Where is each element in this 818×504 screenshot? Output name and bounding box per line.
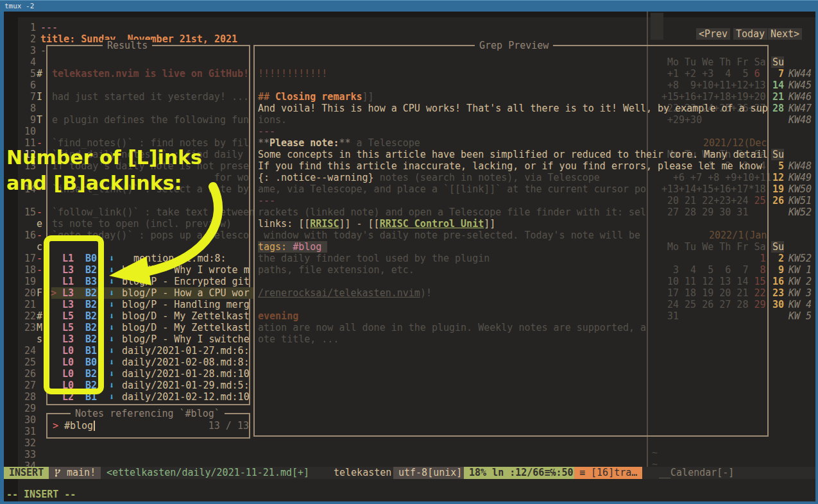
calendar-today-button[interactable]: Today: [733, 28, 767, 40]
calendar-week-label: KW49: [788, 172, 812, 183]
calendar-sunday-cell[interactable]: 5: [771, 160, 784, 172]
calendar-sunday-cell[interactable]: 30: [771, 299, 784, 310]
file-path: <ettelkasten/daily/2021-11-21.md[+]: [101, 467, 314, 479]
prompt-panel: Notes referencing `#blog` > #blog 13 / 1…: [46, 413, 250, 439]
text-span: ]]: [484, 218, 495, 230]
text-span: a Telescope: [351, 137, 420, 149]
calendar-sunday-cell[interactable]: 28: [771, 103, 784, 114]
git-branch-icon: [54, 469, 61, 477]
results-row[interactable]: L3B2⬇blog/P - Why I switche: [4, 333, 209, 345]
text-span: ---: [258, 126, 275, 137]
calendar-week-label: KW44: [788, 68, 812, 80]
calendar-sunday-cell[interactable]: 9: [771, 264, 784, 276]
markdown-file-icon: ⬇: [109, 310, 114, 322]
search-input[interactable]: #blog: [64, 420, 93, 432]
calendar-sunday-cell[interactable]: Su: [771, 56, 784, 68]
calendar-prev-button[interactable]: <Prev: [696, 28, 730, 40]
markdown-file-icon: ⬇: [109, 345, 114, 357]
text-span: paths, file extension, etc.: [258, 264, 414, 276]
buffer-gutter-char: T: [37, 114, 42, 126]
markdown-file-icon: ⬇: [109, 333, 114, 345]
calendar-sunday-cell[interactable]: 16: [771, 276, 784, 287]
calendar-sunday-cell[interactable]: 2: [771, 253, 784, 264]
text-span: ote title, ...: [258, 333, 339, 345]
results-row[interactable]: L0B2⬇daily/2021-01-29.md:5:: [4, 380, 209, 391]
grep-preview-title: Grep Preview: [475, 40, 553, 51]
mode-message: -- INSERT --: [6, 489, 76, 500]
results-row[interactable]: L3B2⬇blog/P - Handling merg: [4, 299, 209, 310]
text-cursor: [94, 421, 95, 431]
markdown-file-icon: ⬇: [109, 299, 114, 310]
preview-line: paths, file extension, etc.: [258, 264, 414, 276]
buffer-gutter-char: c: [37, 241, 42, 253]
preview-line: Some concepts in this article have been …: [258, 149, 768, 160]
line-number: 29: [18, 403, 36, 414]
calendar-sunday-cell[interactable]: 12: [771, 172, 784, 183]
calendar-week-label: KW52: [788, 253, 812, 264]
results-row[interactable]: L5B2⬇blog/D - My Zettelkast: [4, 322, 209, 333]
result-filename: daily/2021-01-29.md:5:: [122, 380, 250, 391]
git-branch-name: main!: [67, 467, 96, 478]
calendar-week-label: KW45: [788, 80, 812, 91]
result-filename: daily/2021-01-28.md:10: [122, 368, 250, 380]
result-filename: daily/2021-02-08.md:8:: [122, 357, 250, 368]
text-span: )!: [420, 287, 432, 299]
calendar-sunday-cell[interactable]: 7: [771, 68, 784, 80]
text-span: the daily finder tool used by the plugin: [258, 253, 490, 264]
text-span: {: .notice--warning}: [258, 172, 374, 183]
preview-line: links: [[RRISC]] - [[RRISC Control Unit]…: [258, 218, 495, 230]
preview-line: ation are now all done in the plugin. We…: [258, 322, 646, 333]
line-number: 1: [18, 22, 36, 33]
preview-line: ame, via Telescope, and place a `[[link]…: [258, 183, 646, 195]
calendar-week-label: KW48: [788, 114, 812, 126]
line-number: 16: [18, 230, 36, 241]
calendar-sunday-cell[interactable]: 26: [771, 195, 784, 206]
window-titlebar[interactable]: tmux -2: [0, 0, 818, 12]
calendar-sunday-cell[interactable]: 14: [771, 80, 784, 91]
plugin-name: telekasten: [328, 467, 396, 479]
text-span: RRISC: [310, 218, 339, 230]
results-row[interactable]: L0B2⬇daily/2021-01-28.md:10: [4, 368, 209, 380]
calendar-week-label: KW51: [788, 195, 812, 206]
calendar-statusline: __Calendar[-]: [654, 467, 739, 479]
results-row[interactable]: L5B2⬇blog/D - My Zettelkast: [4, 310, 209, 322]
bottom-border: [0, 501, 818, 504]
calendar-sunday-cell[interactable]: 23: [771, 287, 784, 299]
text-span: ame, via Telescope, and place a `[[link]…: [258, 183, 646, 195]
preview-line: rackets (linked note) and open a Telesco…: [258, 206, 646, 218]
text-span: Closing remarks: [275, 91, 362, 103]
results-row[interactable]: L0B0⬇daily/2021-02-08.md:8:: [4, 357, 209, 368]
cursor-position: 18% ln :12/66≡℅:50: [464, 467, 579, 479]
encoding-indicator: utf-8[unix]: [393, 467, 467, 479]
annotation-line1: Number of [L]inks: [6, 145, 202, 171]
prompt-panel-title: Notes referencing `#blog`: [71, 408, 225, 419]
text-span: links: [[: [258, 218, 310, 230]
window-title: tmux -2: [4, 2, 34, 10]
calendar-sunday-cell[interactable]: 21: [771, 91, 784, 103]
line-number: 2: [18, 33, 36, 45]
calendar-next-button[interactable]: Next>: [768, 28, 802, 40]
result-filename: blog/P - Why I switche: [122, 333, 250, 345]
line-number: 33: [18, 449, 36, 460]
preview-line: ## Closing remarks]]: [258, 91, 374, 103]
line-number: 3: [18, 45, 36, 56]
calendar-sunday-cell[interactable]: 19: [771, 183, 784, 195]
text-span: ]] - [[: [339, 218, 379, 230]
buffer-gutter-char: -: [37, 206, 42, 218]
mode-indicator: INSERT: [4, 467, 49, 479]
result-filename: daily/2021-01-27.md:6:: [122, 345, 250, 357]
calendar-sunday-cell[interactable]: Su: [771, 149, 784, 160]
text-span: rackets (linked note) and open a Telesco…: [258, 206, 646, 218]
preview-line: ote title, ...: [258, 333, 339, 345]
text-span: tags:: [258, 241, 293, 253]
buffer-gutter-char: -: [37, 230, 42, 241]
text-span: notes (search in notes), via Telescope: [374, 172, 600, 183]
text-span: ##: [258, 91, 275, 103]
calendar-sunday-cell[interactable]: Su: [771, 241, 784, 253]
results-row[interactable]: L2B1⬇daily/2021-02-12.md:10: [4, 391, 209, 403]
markdown-file-icon: ⬇: [109, 322, 114, 333]
preview-line: the daily finder tool used by the plugin: [258, 253, 490, 264]
line-number: 4: [18, 56, 36, 68]
trailing-whitespace-warning: ≡ [16]tra…: [574, 467, 642, 479]
results-row[interactable]: L0B1⬇daily/2021-01-27.md:6:: [4, 345, 209, 357]
